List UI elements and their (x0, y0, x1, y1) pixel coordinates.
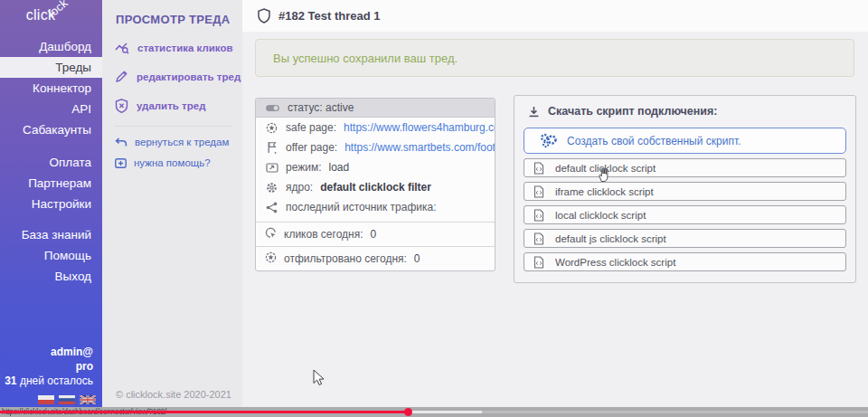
link-need-help[interactable]: нужна помощь? (115, 157, 242, 168)
status-row-safe-page: safe page: https://www.flowers4hamburg.c… (256, 118, 495, 137)
sidebar-item-subaccounts[interactable]: Сабакаунты (0, 119, 102, 140)
row-label: последний источник трафика: (286, 201, 437, 213)
uk-flag[interactable] (80, 395, 96, 404)
button-label: local clicklock script (555, 210, 646, 221)
row-value: load (329, 161, 350, 174)
toggle-icon (265, 104, 280, 112)
link-label: нужна помощь? (134, 157, 211, 168)
progress-scrubber[interactable] (404, 408, 412, 416)
progress-track[interactable] (482, 411, 868, 413)
sidebar-item-connector[interactable]: Коннектор (0, 78, 102, 99)
flag-pole-icon (265, 141, 278, 154)
offer-page-link[interactable]: https://www.smartbets.com/football/tea..… (344, 141, 495, 154)
sidebar-item-help[interactable]: Помощь (0, 245, 102, 266)
counter-row-filtered-today: отфильтровано сегодня: 0 (256, 246, 495, 270)
share-icon (265, 202, 278, 213)
row-label: режим: (286, 161, 322, 174)
seal-star-icon (265, 251, 277, 266)
delete-shield-icon (115, 99, 128, 113)
row-label: safe page: (286, 121, 336, 134)
menu-item-label: редактировать тред (137, 71, 241, 82)
button-label: iframe clicklock script (555, 186, 654, 197)
progress-played-bar[interactable] (0, 411, 409, 413)
language-switcher (38, 395, 96, 404)
sidebar-item-api[interactable]: API (0, 99, 102, 119)
app-window: clicklock Дашборд Треды Коннектор API Са… (0, 0, 868, 417)
sidebar-item-threads[interactable]: Треды (0, 57, 102, 78)
poland-flag[interactable] (38, 395, 54, 404)
row-label: offer page: (286, 141, 337, 154)
account-email: admin@ (51, 346, 93, 358)
file-code-icon (533, 256, 544, 269)
main-content: #182 Test thread 1 Вы успешно сохранили … (242, 0, 868, 407)
script-button-local[interactable]: local clicklock script (524, 205, 846, 224)
sidebar-spacer (0, 214, 102, 224)
button-label: default clicklock script (555, 163, 656, 174)
button-label: default js clicklock script (555, 233, 666, 244)
file-code-icon (533, 162, 544, 175)
menu-item-click-stats[interactable]: статистика кликов (115, 42, 242, 54)
script-button-wordpress[interactable]: WordPress clicklock script (524, 252, 846, 271)
script-button-default[interactable]: default clicklock script (524, 158, 846, 177)
gear-icon (265, 182, 278, 194)
sidebar-item-settings[interactable]: Настройки (0, 194, 102, 214)
link-back-to-threads[interactable]: вернуться к тредам (115, 137, 242, 147)
download-scripts-card: Скачать скрипт подключения: Создать свой… (514, 95, 856, 283)
file-code-icon (533, 209, 544, 222)
sidebar-item-payment[interactable]: Оплата (0, 152, 102, 173)
scripts-card-title: Скачать скрипт подключения: (548, 105, 718, 118)
clicklock-logo: clicklock (0, 7, 102, 40)
button-label: Создать свой собственный скрипт. (567, 135, 741, 147)
status-row-last-traffic-source: последний источник трафика: (256, 197, 495, 217)
button-label: WordPress clicklock script (555, 257, 675, 268)
stats-icon (115, 42, 129, 54)
back-icon (115, 137, 127, 147)
page-header: #182 Test thread 1 (258, 8, 380, 24)
mode-icon (265, 163, 278, 173)
panel-divider (115, 126, 232, 127)
progress-buffered-bar (409, 411, 482, 413)
file-code-icon (533, 185, 544, 198)
script-button-default-js[interactable]: default js clicklock script (524, 229, 846, 248)
counter-value: 0 (414, 252, 420, 265)
thread-menu-panel: ПРОСМОТР ТРЕДА статистика кликов редакти… (102, 0, 242, 407)
page-title: #182 Test thread 1 (278, 9, 380, 23)
sidebar-item-dashboard[interactable]: Дашборд (0, 36, 102, 57)
file-code-icon (533, 232, 544, 245)
thread-status-card: статус: active safe page: https://www.fl… (255, 98, 495, 271)
edit-icon (115, 70, 128, 83)
scripts-card-header: Скачать скрипт подключения: (528, 105, 846, 118)
sidebar: clicklock Дашборд Треды Коннектор API Са… (0, 0, 102, 407)
script-button-iframe[interactable]: iframe clicklock script (524, 182, 846, 201)
alert-text: Вы успешно сохранили ваш тред. (273, 52, 458, 65)
menu-item-label: удалить тред (137, 100, 205, 111)
safe-page-link[interactable]: https://www.flowers4hamburg.com/ (344, 121, 495, 134)
counter-label: отфильтровано сегодня: (284, 252, 407, 265)
sidebar-item-partners[interactable]: Партнерам (0, 173, 102, 194)
menu-item-delete-thread[interactable]: удалить тред (115, 99, 242, 113)
counter-row-clicks-today: кликов сегодня: 0 (256, 222, 495, 246)
menu-item-edit-thread[interactable]: редактировать тред (115, 70, 242, 83)
status-header-row: статус: active (256, 99, 495, 118)
sidebar-item-knowledge-base[interactable]: База знаний (0, 224, 102, 245)
panel-title: ПРОСМОТР ТРЕДА (102, 0, 242, 26)
create-custom-script-button[interactable]: Создать свой собственный скрипт. (524, 128, 846, 154)
success-alert: Вы успешно сохранили ваш тред. (255, 39, 854, 77)
russia-flag[interactable] (59, 395, 75, 404)
menu-item-label: статистика кликов (137, 43, 233, 53)
sidebar-menu: Дашборд Треды Коннектор API Сабакаунты О… (0, 36, 102, 287)
row-label: ядро: (286, 181, 313, 194)
click-icon (265, 227, 277, 242)
video-progress-strip: https://clicklock.site/dashboard/connect… (0, 407, 868, 417)
counter-value: 0 (371, 228, 377, 241)
link-label: вернуться к тредам (135, 137, 229, 147)
counter-label: кликов сегодня: (284, 228, 363, 241)
status-row-offer-page: offer page: https://www.smartbets.com/fo… (256, 137, 495, 157)
account-plan: pro (76, 360, 93, 373)
gears-cluster-icon (539, 133, 558, 148)
sidebar-item-logout[interactable]: Выход (0, 266, 102, 287)
status-label: статус: active (288, 101, 354, 114)
copyright: © clicklock.site 2020-2021 (116, 389, 231, 400)
shield-icon (258, 8, 270, 24)
sidebar-spacer (0, 140, 102, 152)
